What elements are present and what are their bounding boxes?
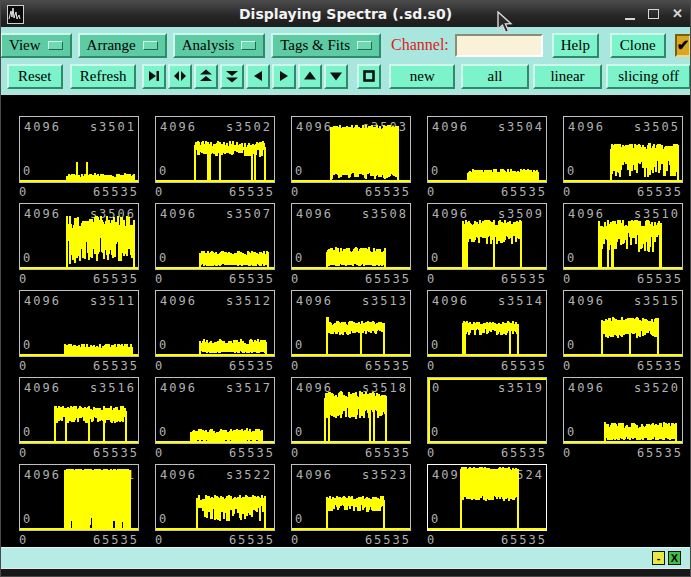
spectrum-plot-s3519[interactable]: 0s35190065535 (427, 377, 547, 465)
xmax-label: 65535 (229, 446, 275, 460)
up-icon (303, 69, 317, 83)
xmin-label: 0 (291, 533, 300, 547)
spectrum-plot-s3502[interactable]: 4096s35020065535 (155, 116, 275, 204)
spectrum-plot-s3518[interactable]: 4096s35180065535 (291, 377, 411, 465)
spectra-grid: 4096s350100655354096s350200655354096s350… (0, 95, 691, 547)
spectrum-plot-s3508[interactable]: 4096s35080065535 (291, 203, 411, 291)
xmax-label: 65535 (365, 533, 411, 547)
spectrum-trace (292, 378, 410, 443)
minimize-icon[interactable] (625, 8, 635, 20)
spectrum-plot-s3503[interactable]: 4096s35030065535 (291, 116, 411, 204)
nav-up-button[interactable] (298, 64, 322, 89)
spectrum-trace (564, 204, 682, 269)
xmin-label: 0 (19, 185, 28, 199)
left-icon (251, 69, 265, 83)
xmin-label: 0 (155, 533, 164, 547)
panel-minimize-button[interactable]: - (652, 551, 665, 565)
spectrum-plot-s3510[interactable]: 4096s35100065535 (563, 203, 683, 291)
linear-button-label: linear (550, 68, 584, 85)
pin-checkbox[interactable]: ✔ (675, 34, 691, 57)
spectrum-plot-s3501[interactable]: 4096s35010065535 (19, 116, 139, 204)
spectrum-plot-s3524[interactable]: 4096s35240065535 (427, 464, 547, 552)
all-button-label: all (487, 68, 502, 85)
xmax-label: 65535 (637, 446, 683, 460)
xmax-label: 65535 (637, 185, 683, 199)
xmax-label: 65535 (637, 272, 683, 286)
xmax-label: 65535 (365, 359, 411, 373)
menu-analysis[interactable]: Analysis (173, 33, 266, 58)
spectrum-trace (428, 204, 546, 269)
close-icon[interactable]: ✕ (672, 9, 683, 19)
spectrum-plot-s3516[interactable]: 4096s35160065535 (19, 377, 139, 465)
spectrum-plot-s3520[interactable]: 4096s35200065535 (563, 377, 683, 465)
xmin-label: 0 (427, 446, 436, 460)
all-button[interactable]: all (461, 64, 529, 89)
spectrum-plot-s3507[interactable]: 4096s35070065535 (155, 203, 275, 291)
title-bar[interactable]: Displaying Spectra (.sd.s0) ✕ (0, 0, 691, 27)
skip-end-icon (147, 69, 161, 83)
slicing-button[interactable]: slicing off (606, 64, 691, 89)
linear-button[interactable]: linear (533, 64, 603, 89)
panel-close-button[interactable]: X (668, 551, 681, 565)
xmax-label: 65535 (93, 533, 139, 547)
nav-double-up-button[interactable] (194, 64, 218, 89)
menu-row: View Arrange Analysis Tags & Fits Channe… (0, 31, 691, 59)
spectrum-plot-s3512[interactable]: 4096s35120065535 (155, 290, 275, 378)
xmax-label: 65535 (365, 446, 411, 460)
xmax-label: 65535 (229, 359, 275, 373)
new-button-label: new (410, 68, 435, 85)
nav-left-button[interactable] (246, 64, 270, 89)
xmin-label: 0 (291, 272, 300, 286)
spectrum-trace (20, 117, 138, 182)
spectrum-plot-s3523[interactable]: 4096s35230065535 (291, 464, 411, 552)
status-bar: - X (0, 547, 691, 568)
nav-h-expand-button[interactable] (168, 64, 192, 89)
check-icon: ✔ (677, 36, 690, 54)
channel-input[interactable] (455, 34, 543, 57)
help-button[interactable]: Help (552, 33, 599, 58)
spectrum-plot-s3517[interactable]: 4096s35170065535 (155, 377, 275, 465)
spectrum-trace (20, 465, 138, 530)
spectrum-plot-s3514[interactable]: 4096s35140065535 (427, 290, 547, 378)
spectrum-plot-s3522[interactable]: 4096s35220065535 (155, 464, 275, 552)
window-bottom-edge (0, 568, 691, 577)
spectrum-trace (156, 378, 274, 443)
menu-dash-icon (241, 41, 256, 50)
xmin-label: 0 (427, 185, 436, 199)
spectrum-plot-s3515[interactable]: 4096s35150065535 (563, 290, 683, 378)
menu-arrange[interactable]: Arrange (78, 33, 167, 58)
double-down-icon (225, 69, 239, 83)
square-icon (362, 69, 376, 83)
reset-button[interactable]: Reset (7, 64, 63, 89)
spectrum-plot-s3505[interactable]: 4096s35050065535 (563, 116, 683, 204)
spectrum-trace (428, 117, 546, 182)
xmin-label: 0 (427, 533, 436, 547)
spectrum-plot-s3509[interactable]: 4096s35090065535 (427, 203, 547, 291)
nav-right-button[interactable] (272, 64, 296, 89)
menu-dash-icon (357, 41, 372, 50)
spectrum-plot-s3521[interactable]: 4096s35210065535 (19, 464, 139, 552)
spectrum-plot-s3511[interactable]: 4096s35110065535 (19, 290, 139, 378)
spectrum-trace (156, 465, 274, 530)
xmin-label: 0 (291, 185, 300, 199)
slicing-button-label: slicing off (618, 68, 679, 85)
spectrum-plot-s3504[interactable]: 4096s35040065535 (427, 116, 547, 204)
spectrum-trace (428, 378, 546, 443)
menu-view[interactable]: View (0, 33, 72, 58)
xmin-label: 0 (427, 359, 436, 373)
menu-dash-icon (48, 41, 63, 50)
clone-button[interactable]: Clone (610, 33, 666, 58)
maximize-icon[interactable] (648, 9, 659, 19)
xmin-label: 0 (291, 446, 300, 460)
spectrum-plot-s3506[interactable]: 4096s35060065535 (19, 203, 139, 291)
spectrum-plot-s3513[interactable]: 4096s35130065535 (291, 290, 411, 378)
xmax-label: 65535 (501, 272, 547, 286)
nav-skip-end-button[interactable] (142, 64, 166, 89)
nav-double-down-button[interactable] (220, 64, 244, 89)
menu-tags-fits[interactable]: Tags & Fits (271, 33, 381, 58)
refresh-button[interactable]: Refresh (70, 64, 137, 89)
xmin-label: 0 (155, 185, 164, 199)
nav-down-button[interactable] (324, 64, 348, 89)
new-button[interactable]: new (389, 64, 455, 89)
nav-square-button[interactable] (357, 64, 381, 89)
